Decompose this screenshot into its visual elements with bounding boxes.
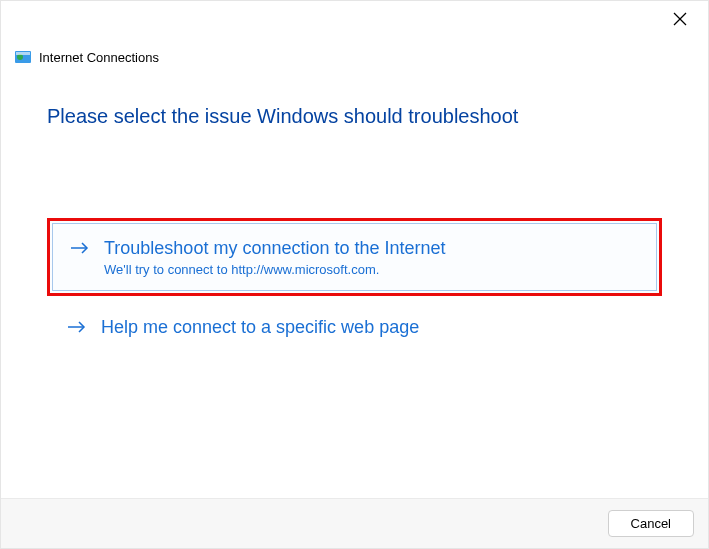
option-title: Troubleshoot my connection to the Intern… [104, 237, 446, 260]
option-text: Help me connect to a specific web page [101, 316, 419, 339]
page-heading: Please select the issue Windows should t… [47, 105, 662, 128]
option-text: Troubleshoot my connection to the Intern… [104, 237, 446, 277]
option-subtitle: We'll try to connect to http://www.micro… [104, 262, 446, 277]
close-button[interactable] [670, 9, 690, 29]
option-specific-webpage[interactable]: Help me connect to a specific web page [47, 302, 662, 353]
window-header: Internet Connections [1, 41, 708, 65]
arrow-right-icon [67, 319, 87, 339]
footer: Cancel [1, 498, 708, 548]
app-icon [15, 49, 31, 65]
option-troubleshoot-internet[interactable]: Troubleshoot my connection to the Intern… [47, 218, 662, 296]
svg-rect-4 [16, 52, 30, 55]
cancel-button[interactable]: Cancel [608, 510, 694, 537]
titlebar [1, 1, 708, 41]
content-area: Please select the issue Windows should t… [1, 65, 708, 354]
close-icon [673, 12, 687, 26]
option-title: Help me connect to a specific web page [101, 316, 419, 339]
window-title: Internet Connections [39, 50, 159, 65]
arrow-right-icon [70, 240, 90, 260]
